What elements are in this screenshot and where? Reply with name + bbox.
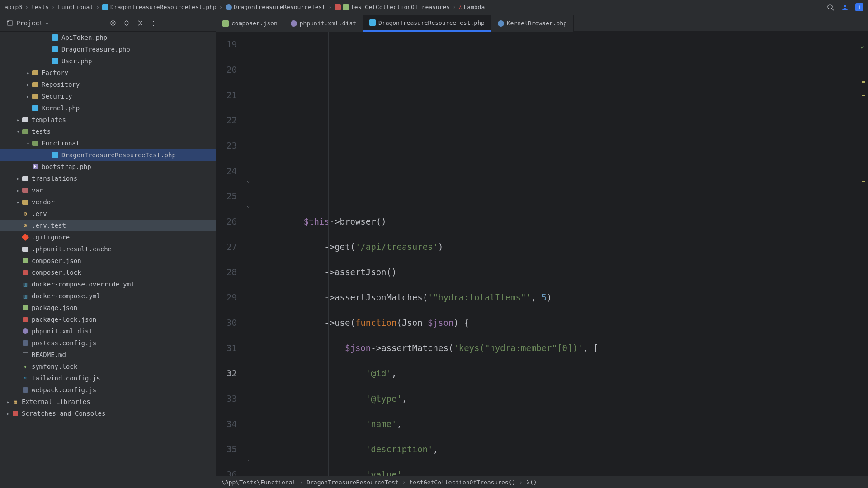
line-number[interactable]: 19 [216,32,237,57]
code-line[interactable]: ->assertJson() [262,259,860,285]
breadcrumb-method[interactable]: testGetCollectionOfTreasures() [410,479,516,486]
tree-item[interactable]: composer.json [0,255,216,267]
code-line[interactable]: ->get('/api/treasures') [262,234,860,259]
fold-toggle-icon[interactable]: ⌄ [247,446,251,451]
code-area[interactable]: $this->browser() ->get('/api/treasures')… [252,32,860,476]
collapse-all-icon[interactable] [136,19,144,27]
hide-panel-icon[interactable]: — [163,19,171,27]
line-number[interactable]: 36 [216,462,237,476]
tree-item[interactable]: ≈tailwind.config.js [0,372,216,384]
tab-phpunit-xml[interactable]: phpunit.xml.dist [284,15,363,32]
code-line[interactable]: $json->assertMatches('keys("hydra:member… [262,335,860,361]
tree-item[interactable]: ▾tests [0,126,216,137]
tree-item[interactable]: ▸▦External Libraries [0,396,216,408]
tree-item[interactable]: ▥docker-compose.override.yml [0,278,216,290]
tree-item[interactable]: ▸var [0,184,216,196]
tree-item[interactable]: .gitignore [0,231,216,243]
fold-toggle-icon[interactable]: ⌄ [247,168,251,173]
code-with-me-icon[interactable] [841,3,849,11]
tree-item[interactable]: README.md [0,349,216,361]
tree-chevron-icon[interactable]: ▸ [5,411,11,416]
breadcrumb-root[interactable]: apip3 [5,4,22,10]
line-number[interactable]: 25 [216,183,237,209]
tree-chevron-icon[interactable]: ▸ [25,70,31,75]
tree-item[interactable]: ApiToken.php [0,32,216,43]
project-tree[interactable]: ApiToken.phpDragonTreasure.phpUser.php▸F… [0,32,216,476]
code-line[interactable]: ->assertJsonMatches('"hydra:totalItems"'… [262,285,860,310]
line-number[interactable]: 27 [216,234,237,259]
search-icon[interactable] [826,3,835,11]
tree-item[interactable]: ▥docker-compose.yml [0,290,216,302]
tree-chevron-icon[interactable]: ▾ [25,141,31,146]
tree-item[interactable]: ▸Scratches and Consoles [0,408,216,419]
edit-marker[interactable] [862,181,865,182]
line-number[interactable]: 32 [216,361,237,386]
warning-marker[interactable] [862,95,865,96]
tree-chevron-icon[interactable]: ▸ [15,200,21,205]
tree-item[interactable]: ⚙.env [0,208,216,220]
breadcrumb-namespace[interactable]: \App\Tests\Functional [222,479,296,486]
breadcrumb-lambda[interactable]: λ() [526,479,537,486]
tree-item[interactable]: ▸templates [0,114,216,126]
tree-item[interactable]: ▸Repository [0,79,216,90]
breadcrumb-method[interactable]: testGetCollectionOfTreasures [335,4,450,10]
tree-item[interactable]: ▸vendor [0,196,216,208]
code-line[interactable] [262,183,860,209]
breadcrumb-item[interactable]: Functional [58,4,93,10]
tree-item[interactable]: Kernel.php [0,102,216,114]
tree-item[interactable]: package.json [0,302,216,314]
code-line[interactable]: ->use(function(Json $json) { [262,310,860,335]
code-line[interactable]: 'value', [262,462,860,476]
tree-chevron-icon[interactable]: ▾ [15,129,21,134]
add-icon[interactable]: + [855,3,863,11]
tree-item[interactable]: phpunit.xml.dist [0,325,216,337]
fold-gutter[interactable]: ⌄⌄⌄⌄ [246,32,252,476]
tree-item[interactable]: postcss.config.js [0,337,216,349]
tree-item[interactable]: ▸Factory [0,67,216,79]
line-number[interactable]: 35 [216,436,237,462]
tree-chevron-icon[interactable]: ▸ [5,399,11,404]
project-view-selector[interactable]: Project ⌄ [0,14,55,31]
tree-item[interactable]: ▸Security [0,90,216,102]
tree-item[interactable]: DragonTreasureResourceTest.php [0,149,216,161]
more-options-icon[interactable]: ⋮ [150,19,158,27]
tree-chevron-icon[interactable]: ▸ [15,117,21,122]
code-line[interactable]: '@type', [262,386,860,411]
warning-marker[interactable] [862,81,865,83]
line-number[interactable]: 22 [216,108,237,133]
tree-item[interactable]: User.php [0,55,216,67]
line-number[interactable]: 28 [216,259,237,285]
expand-all-icon[interactable] [123,19,131,27]
tree-item[interactable]: ⚙.env.test [0,220,216,231]
tree-chevron-icon[interactable]: ▸ [25,82,31,87]
breadcrumb-lambda[interactable]: λ Lambda [459,4,485,11]
inspection-gutter[interactable]: ✔ [860,32,868,476]
breadcrumb-class[interactable]: DragonTreasureResourceTest [307,479,399,486]
tab-dragon-treasure-test[interactable]: DragonTreasureResourceTest.php [363,15,491,32]
line-number[interactable]: 31 [216,335,237,361]
tree-item[interactable]: ▾Functional [0,137,216,149]
breadcrumb-class[interactable]: DragonTreasureResourceTest [226,4,326,10]
tree-item[interactable]: Bbootstrap.php [0,161,216,173]
no-problems-icon[interactable]: ✔ [861,34,864,60]
line-number[interactable]: 23 [216,133,237,158]
line-number[interactable]: 20 [216,57,237,82]
tree-item[interactable]: .phpunit.result.cache [0,243,216,255]
code-line[interactable]: 'description', [262,436,860,462]
line-number[interactable]: 34 [216,411,237,436]
tree-item[interactable]: DragonTreasure.php [0,43,216,55]
code-line[interactable]: '@id', [262,361,860,386]
select-opened-file-icon[interactable] [109,19,117,27]
fold-toggle-icon[interactable]: ⌄ [247,193,251,198]
tree-item[interactable]: composer.lock [0,267,216,278]
line-number[interactable]: 29 [216,285,237,310]
tree-item[interactable]: ▸translations [0,173,216,184]
tree-item[interactable]: package-lock.json [0,314,216,325]
breadcrumb-item[interactable]: tests [31,4,49,10]
line-number[interactable]: 30 [216,310,237,335]
line-number[interactable]: 33 [216,386,237,411]
tree-item[interactable]: webpack.config.js [0,384,216,396]
code-editor[interactable]: 192021222324252627282930313233343536 ⌄⌄⌄… [216,32,868,476]
tree-chevron-icon[interactable]: ▸ [25,94,31,99]
line-number[interactable]: 24 [216,158,237,183]
